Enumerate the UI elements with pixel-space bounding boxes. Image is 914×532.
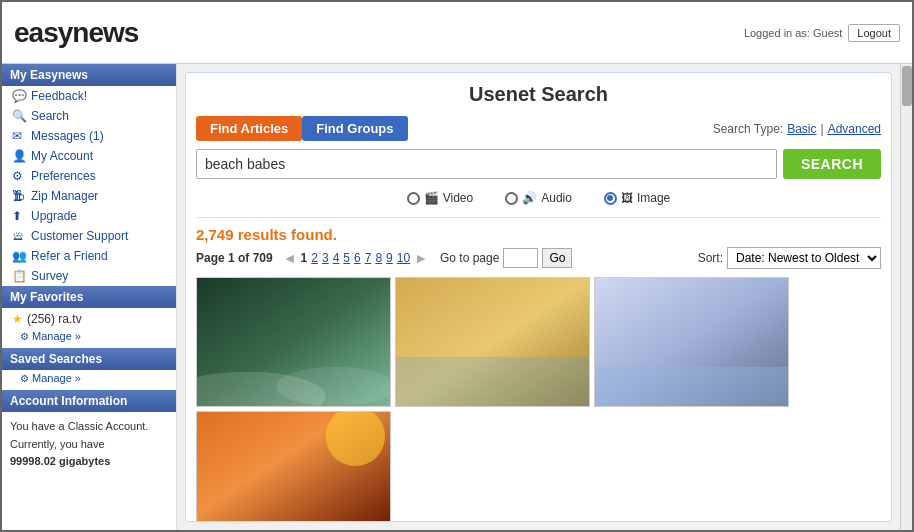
header: EASYNEWS Logged in as: Guest Logout bbox=[2, 2, 912, 64]
page-5[interactable]: 5 bbox=[343, 251, 350, 265]
saved-searches-header: Saved Searches bbox=[2, 348, 176, 370]
saved-searches-section: Saved Searches Manage » bbox=[2, 348, 176, 390]
result-image-1[interactable] bbox=[196, 277, 391, 407]
refer-icon: 👥 bbox=[12, 249, 26, 263]
favorites-label: (256) ra.tv bbox=[27, 312, 82, 326]
page-3[interactable]: 3 bbox=[322, 251, 329, 265]
search-input[interactable] bbox=[196, 149, 777, 179]
page-1[interactable]: 1 bbox=[301, 251, 308, 265]
search-panel: Usenet Search Find Articles Find Groups … bbox=[185, 72, 892, 522]
upgrade-icon: ⬆ bbox=[12, 209, 26, 223]
sort-select[interactable]: Date: Newest to Oldest Date: Oldest to N… bbox=[727, 247, 881, 269]
sidebar: My Easynews 💬 Feedback! 🔍 Search ✉ Messa… bbox=[2, 64, 177, 530]
go-to-page: Go to page Go bbox=[440, 248, 572, 268]
sidebar-item-messages[interactable]: ✉ Messages (1) bbox=[2, 126, 176, 146]
sidebar-item-upgrade[interactable]: ⬆ Upgrade bbox=[2, 206, 176, 226]
my-favorites-header: My Favorites bbox=[2, 286, 176, 308]
sidebar-item-my-account[interactable]: 👤 My Account bbox=[2, 146, 176, 166]
my-easynews-section: My Easynews 💬 Feedback! 🔍 Search ✉ Messa… bbox=[2, 64, 176, 286]
media-type-image[interactable]: 🖼 Image bbox=[604, 191, 670, 205]
separator: | bbox=[821, 122, 824, 136]
result-image-3[interactable] bbox=[594, 277, 789, 407]
page-7[interactable]: 7 bbox=[365, 251, 372, 265]
go-label: Go to page bbox=[440, 251, 499, 265]
media-type-selector: 🎬 Video 🔊 Audio 🖼 Image bbox=[196, 187, 881, 211]
image-radio[interactable] bbox=[604, 192, 617, 205]
page-8[interactable]: 8 bbox=[375, 251, 382, 265]
sidebar-item-search[interactable]: 🔍 Search bbox=[2, 106, 176, 126]
result-image-2[interactable] bbox=[395, 277, 590, 407]
sidebar-item-refer-a-friend[interactable]: 👥 Refer a Friend bbox=[2, 246, 176, 266]
svg-rect-4 bbox=[396, 357, 589, 406]
auth-text: Logged in as: Guest bbox=[744, 27, 842, 39]
sidebar-item-label: My Account bbox=[31, 149, 93, 163]
media-type-audio[interactable]: 🔊 Audio bbox=[505, 191, 572, 205]
go-button[interactable]: Go bbox=[542, 248, 572, 268]
account-gb-value: 99998.02 gigabytes bbox=[10, 453, 168, 471]
account-gb-label: Currently, you have bbox=[10, 436, 168, 454]
favorites-manage[interactable]: Manage » bbox=[2, 328, 176, 348]
tabs: Find Articles Find Groups bbox=[196, 116, 408, 141]
search-type-basic[interactable]: Basic bbox=[787, 122, 816, 136]
sidebar-item-label: Zip Manager bbox=[31, 189, 98, 203]
favorites-item[interactable]: ★ (256) ra.tv bbox=[2, 308, 176, 328]
image-label: Image bbox=[637, 191, 670, 205]
sidebar-item-label: Feedback! bbox=[31, 89, 87, 103]
logo: EASYNEWS bbox=[14, 17, 138, 49]
audio-label: Audio bbox=[541, 191, 572, 205]
sidebar-item-zip-manager[interactable]: 🗜 Zip Manager bbox=[2, 186, 176, 206]
audio-icon: 🔊 bbox=[522, 191, 537, 205]
search-type-selector: Search Type: Basic | Advanced bbox=[713, 122, 881, 136]
audio-radio[interactable] bbox=[505, 192, 518, 205]
tab-find-articles[interactable]: Find Articles bbox=[196, 116, 302, 141]
search-type-advanced[interactable]: Advanced bbox=[828, 122, 881, 136]
sidebar-item-label: Refer a Friend bbox=[31, 249, 108, 263]
body: My Easynews 💬 Feedback! 🔍 Search ✉ Messa… bbox=[2, 64, 912, 530]
sort-bar: Sort: Date: Newest to Oldest Date: Oldes… bbox=[698, 247, 881, 269]
scrollbar[interactable] bbox=[900, 64, 912, 530]
my-easynews-header: My Easynews bbox=[2, 64, 176, 86]
sidebar-item-survey[interactable]: 📋 Survey bbox=[2, 266, 176, 286]
search-type-label: Search Type: bbox=[713, 122, 784, 136]
sidebar-item-customer-support[interactable]: 🛎 Customer Support bbox=[2, 226, 176, 246]
logout-button[interactable]: Logout bbox=[848, 24, 900, 42]
image-grid bbox=[196, 277, 881, 522]
search-icon: 🔍 bbox=[12, 109, 26, 123]
page-9[interactable]: 9 bbox=[386, 251, 393, 265]
account-type: You have a Classic Account. bbox=[10, 418, 168, 436]
saved-searches-manage[interactable]: Manage » bbox=[2, 370, 176, 390]
results-area: 2,749 results found. Page 1 of 709 ◄ 1 2… bbox=[196, 217, 881, 522]
sidebar-item-label: Customer Support bbox=[31, 229, 128, 243]
go-page-input[interactable] bbox=[503, 248, 538, 268]
scroll-thumb[interactable] bbox=[902, 66, 912, 106]
envelope-icon: ✉ bbox=[12, 129, 26, 143]
result-image-4[interactable] bbox=[196, 411, 391, 522]
page-4[interactable]: 4 bbox=[333, 251, 340, 265]
my-favorites-section: My Favorites ★ (256) ra.tv Manage » bbox=[2, 286, 176, 348]
sidebar-item-label: Upgrade bbox=[31, 209, 77, 223]
prev-arrow[interactable]: ◄ bbox=[283, 250, 297, 266]
zip-icon: 🗜 bbox=[12, 189, 26, 203]
page-10[interactable]: 10 bbox=[397, 251, 410, 265]
sidebar-item-preferences[interactable]: ⚙ Preferences bbox=[2, 166, 176, 186]
page-2[interactable]: 2 bbox=[311, 251, 318, 265]
video-radio[interactable] bbox=[407, 192, 420, 205]
results-count: 2,749 results found. bbox=[196, 226, 881, 243]
page-title: Usenet Search bbox=[196, 83, 881, 106]
sidebar-item-feedback[interactable]: 💬 Feedback! bbox=[2, 86, 176, 106]
page-6[interactable]: 6 bbox=[354, 251, 361, 265]
account-info-section: Account Information You have a Classic A… bbox=[2, 390, 176, 477]
account-info-header: Account Information bbox=[2, 390, 176, 412]
person-icon: 👤 bbox=[12, 149, 26, 163]
pagination: Page 1 of 709 ◄ 1 2 3 4 5 6 7 8 9 10 bbox=[196, 247, 881, 269]
search-button[interactable]: SEARCH bbox=[783, 149, 881, 179]
header-auth: Logged in as: Guest Logout bbox=[744, 24, 900, 42]
support-icon: 🛎 bbox=[12, 229, 26, 243]
sidebar-item-label: Search bbox=[31, 109, 69, 123]
tab-find-groups[interactable]: Find Groups bbox=[302, 116, 407, 141]
sidebar-item-label: Preferences bbox=[31, 169, 96, 183]
next-arrow[interactable]: ► bbox=[414, 250, 428, 266]
media-type-video[interactable]: 🎬 Video bbox=[407, 191, 473, 205]
video-label: Video bbox=[443, 191, 473, 205]
account-info-content: You have a Classic Account. Currently, y… bbox=[2, 412, 176, 477]
